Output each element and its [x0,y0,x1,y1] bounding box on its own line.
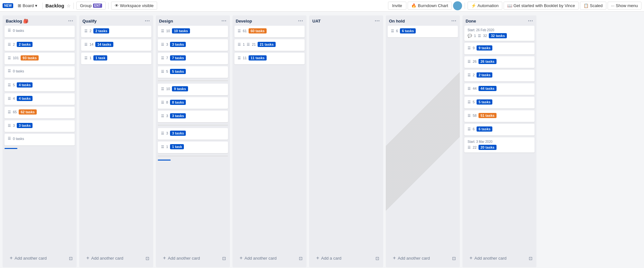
card-meta: 💬1☰3232 tasks [468,33,531,38]
booklet-icon: 📖 [507,3,512,8]
add-card-label: Add a card [321,256,341,261]
card-num: 1 [474,34,476,38]
invite-button[interactable]: Invite [388,2,406,10]
add-card-button-design[interactable]: +Add another card [160,253,203,263]
card[interactable]: ☰33 tasks [158,39,228,51]
card[interactable]: ☰77 tasks [158,53,228,64]
card[interactable]: ☰66 tasks [388,26,458,37]
column-more-develop[interactable]: ··· [298,18,303,24]
card[interactable]: ☰99 tasks [464,43,535,54]
task-badge: 20 tasks [478,145,496,150]
card[interactable]: ☰54 tasks [5,80,75,91]
copy-icon[interactable]: ⊡ [144,254,151,262]
card[interactable]: ☰2626 tasks [464,56,535,68]
subtask-icon: ☰ [161,114,164,118]
card[interactable]: Start: 3 Mar 2020☰2220 tasks [464,137,535,152]
add-card-button-uat[interactable]: +Add a card [313,253,345,263]
task-badge: 62 tasks [19,109,36,115]
card[interactable]: ☰55 tasks [158,66,228,78]
task-badge: 9 tasks [477,45,492,51]
card[interactable]: ☰11 task [81,53,151,64]
card[interactable]: ☰33 tasks [158,111,228,122]
card[interactable]: ☰55 tasks [464,97,535,108]
card[interactable]: ☰1414 tasks [81,39,151,51]
group-button[interactable]: Group ENT [76,2,105,10]
card-meta: ☰5851 tasks [468,113,531,118]
copy-icon[interactable]: ⊡ [374,254,381,262]
card-meta: ☰1☰2121 tasks [238,42,301,47]
card-num: 3 [13,124,15,127]
new-badge[interactable]: NEW [3,3,13,8]
card-meta: ☰0 tasks [8,28,71,32]
separator [158,125,228,125]
subtask-icon: ☰ [161,56,164,60]
card[interactable]: ☰0 tasks [5,26,75,37]
add-card-button-qualify[interactable]: +Add another card [83,253,127,263]
workspace-button[interactable]: 👁 Workspace visible [111,2,157,10]
card[interactable]: ☰33 tasks [5,120,75,132]
column-header-qualify: Qualify··· [79,15,153,26]
task-badge: 9 tasks [172,86,188,91]
burndown-button[interactable]: 🔥 Burndown Chart [408,2,452,10]
board-button[interactable]: ⊞ Board ▾ [15,2,40,9]
card[interactable]: ☰10193 tasks [5,53,75,64]
column-title-done: Done [466,19,476,23]
card[interactable]: ☰0 tasks [5,66,75,78]
subtask-icon: ☰ [8,110,11,114]
card[interactable]: ☰6160 tasks [234,26,305,37]
card[interactable]: ☰11 task [158,142,228,153]
card[interactable]: ☰22 tasks [464,70,535,81]
card[interactable]: ☰0 tasks [5,134,75,145]
card[interactable]: ☰33 tasks [158,128,228,140]
card[interactable]: ☰44 tasks [5,93,75,105]
add-card-button-done[interactable]: +Add another card [466,253,510,263]
card[interactable]: ☰1111 tasks [234,53,305,64]
add-card-button-onhold[interactable]: +Add another card [390,253,433,263]
column-more-backlog[interactable]: ··· [68,18,73,24]
card-meta: ☰77 tasks [161,55,225,60]
booklet-button[interactable]: 📖 Get started with Booklet by Vince [504,2,579,10]
card[interactable]: ☰109 tasks [158,84,228,95]
fire-icon: 🔥 [411,3,416,8]
task-badge: 2 tasks [93,28,109,33]
subtask-icon2: ☰ [247,42,250,47]
automation-button[interactable]: ⚡ Automation [468,2,502,10]
card[interactable]: Start: 26 Feb 2020💬1☰3232 tasks [464,26,535,41]
add-card-button-backlog[interactable]: +Add another card [6,253,50,263]
card[interactable]: ☰4444 tasks [464,83,535,95]
divider-2 [73,3,74,9]
card-meta: ☰66 tasks [468,126,531,132]
column-more-design[interactable]: ··· [222,18,227,24]
copy-icon[interactable]: ⊡ [527,254,535,262]
add-card-row-onhold: +Add another card⊡ [386,251,460,267]
card[interactable]: ☰22 tasks [5,39,75,51]
copy-icon[interactable]: ⊡ [297,254,305,262]
card-num: 2 [473,73,475,77]
scaled-button[interactable]: 📋 Scaled [580,2,606,10]
avatar-dot[interactable] [453,1,462,10]
card-num: 65 [13,110,17,114]
column-title-backlog: Backlog 🎒 [6,19,28,23]
star-icon[interactable]: ☆ [67,3,71,8]
copy-icon[interactable]: ⊡ [450,254,458,262]
card[interactable]: ☰22 tasks [81,26,151,37]
card[interactable]: ☰66 tasks [464,124,535,135]
column-more-qualify[interactable]: ··· [145,18,150,24]
card[interactable]: ☰6562 tasks [5,107,75,118]
column-more-done[interactable]: ··· [528,18,533,24]
copy-icon[interactable]: ⊡ [67,254,75,262]
card[interactable]: ☰88 tasks [158,97,228,109]
divider-4 [465,3,465,9]
add-card-button-develop[interactable]: +Add another card [236,253,280,263]
card[interactable]: ☰1010 tasks [158,26,228,37]
column-more-uat[interactable]: ··· [375,18,380,24]
card[interactable]: ☰1☰2121 tasks [234,39,305,51]
subtask-icon: ☰ [468,145,471,150]
copy-icon[interactable]: ⊡ [220,254,228,262]
show-menu-button[interactable]: ··· Show menu [608,2,642,10]
column-design: Design···☰1010 tasks☰33 tasks☰77 tasks☰5… [156,15,230,267]
card-num: 6 [396,29,398,33]
comment-icon: 💬 [468,34,472,38]
card[interactable]: ☰5851 tasks [464,110,535,122]
column-more-onhold[interactable]: ··· [451,18,457,24]
